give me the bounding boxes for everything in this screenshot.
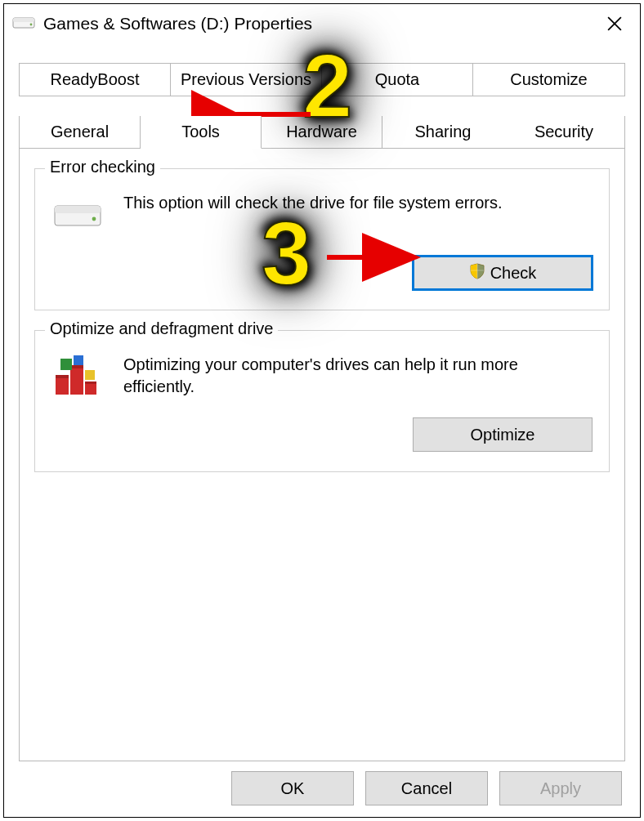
svg-rect-14 [85,370,95,380]
error-checking-description: This option will check the drive for fil… [123,192,593,214]
window-title: Games & Softwares (D:) Properties [43,14,588,33]
optimize-button[interactable]: Optimize [413,417,593,452]
svg-rect-10 [70,365,83,395]
close-icon [607,16,622,31]
svg-rect-16 [85,381,96,384]
optimize-button-label: Optimize [471,426,535,444]
optimize-description: Optimizing your computer's drives can he… [123,354,593,398]
cancel-button[interactable]: Cancel [365,771,488,805]
tab-tools[interactable]: Tools [141,116,262,149]
shield-icon [469,263,485,283]
tab-panel-tools: Error checking This option will check th… [19,149,625,761]
check-button[interactable]: Check [413,256,593,290]
group-legend-optimize: Optimize and defragment drive [45,319,278,338]
close-button[interactable] [596,5,633,42]
svg-rect-9 [56,375,69,378]
tab-customize[interactable]: Customize [473,64,624,96]
svg-rect-12 [60,359,72,370]
check-button-label: Check [490,264,537,283]
tab-general[interactable]: General [20,116,141,149]
svg-rect-1 [13,18,34,22]
drive-large-icon [51,192,104,236]
tab-security[interactable]: Security [503,116,624,149]
dialog-client-area: ReadyBoost Previous Versions Quota Custo… [4,43,640,817]
tab-quota[interactable]: Quota [322,64,473,96]
ok-button[interactable]: OK [231,771,354,805]
tab-sharing[interactable]: Sharing [382,116,503,149]
defrag-icon [51,354,104,398]
tab-hardware[interactable]: Hardware [262,116,382,149]
apply-button[interactable]: Apply [499,771,622,805]
tab-previous-versions[interactable]: Previous Versions [171,64,322,96]
svg-point-2 [30,23,33,25]
tab-row-2: General Tools Hardware Sharing Security [19,116,625,149]
group-error-checking: Error checking This option will check th… [34,168,610,310]
title-bar: Games & Softwares (D:) Properties [4,4,640,43]
drive-icon [12,13,35,35]
tab-readyboost[interactable]: ReadyBoost [20,64,171,96]
svg-rect-13 [74,355,83,365]
dialog-button-row: OK Cancel Apply [19,761,625,805]
svg-point-7 [92,217,96,221]
svg-rect-11 [70,365,83,368]
tab-row-1: ReadyBoost Previous Versions Quota Custo… [19,63,625,96]
svg-rect-6 [55,206,101,213]
properties-dialog: Games & Softwares (D:) Properties ReadyB… [3,3,641,818]
group-legend-error-checking: Error checking [45,158,160,176]
group-optimize: Optimize and defragment drive [34,330,610,472]
